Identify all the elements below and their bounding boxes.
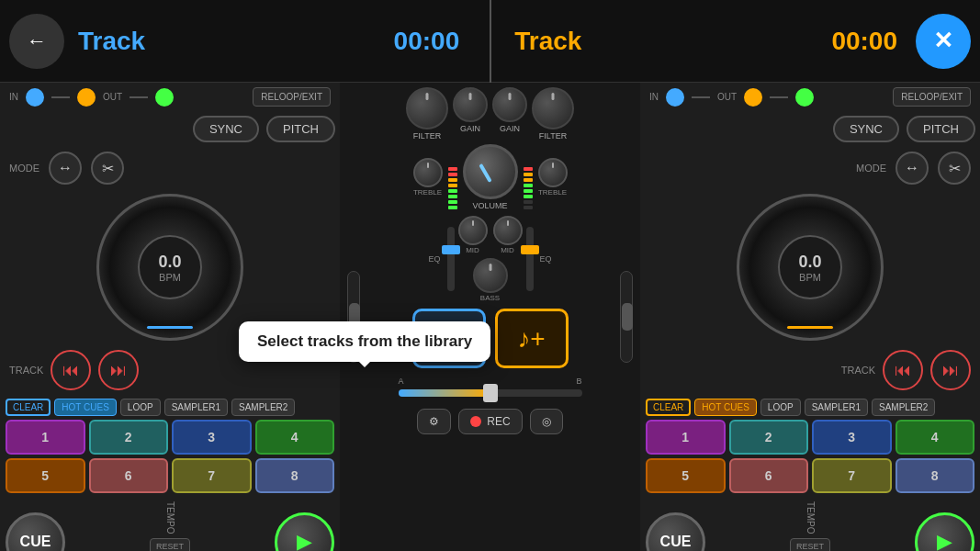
left-filter-knob[interactable] [406, 87, 448, 129]
right-pad-6[interactable]: 6 [729, 458, 809, 493]
right-mid-label: MID [501, 246, 514, 254]
right-cue-button[interactable]: CUE [646, 512, 705, 551]
left-filter-label: FILTER [413, 131, 441, 141]
left-out-dot[interactable] [77, 88, 96, 107]
right-pitch-col [613, 83, 640, 551]
right-pitch-fader[interactable] [620, 271, 633, 363]
right-music-note-icon: ♪+ [517, 324, 545, 354]
left-clear-button[interactable]: CLEAR [6, 399, 51, 416]
vu-seg [524, 206, 533, 209]
right-filter-group: FILTER [532, 87, 574, 141]
crossfader-handle[interactable] [483, 384, 498, 402]
bass-group: BASS [473, 258, 508, 302]
volume-knob[interactable] [463, 144, 518, 199]
crossfader-a-label: A [399, 377, 404, 386]
vu-seg [524, 178, 533, 182]
right-sampler2-tab[interactable]: SAMPLER2 [872, 399, 935, 416]
bass-label: BASS [480, 294, 500, 302]
right-pads-section: CLEAR HOT CUES LOOP SAMPLER1 SAMPLER2 [640, 395, 980, 497]
right-play-button[interactable]: ▶ [915, 512, 974, 551]
left-mode-icon-arrows[interactable]: ↔ [49, 152, 82, 185]
left-reloop-button[interactable]: RELOOP/EXIT [253, 87, 331, 107]
left-ch-fader-track[interactable] [447, 227, 455, 291]
left-pad-3[interactable]: 3 [172, 420, 252, 455]
right-tempo-label: TEMPO [805, 501, 816, 534]
right-filter-knob[interactable] [532, 87, 574, 129]
right-clear-button[interactable]: CLEAR [646, 399, 691, 416]
left-play-button[interactable]: ▶ [275, 512, 334, 551]
right-ch-fader-handle[interactable] [521, 245, 539, 254]
right-hot-cues-tab[interactable]: HOT CUES [694, 399, 757, 416]
left-turntable[interactable]: 0.0 BPM [96, 194, 243, 341]
left-mid-knob[interactable] [458, 216, 488, 245]
right-mode-icon-scissors[interactable]: ✂ [938, 152, 971, 185]
mixer-adjust-button[interactable]: ⚙ [417, 409, 451, 434]
right-reloop-button[interactable]: RELOOP/EXIT [893, 87, 971, 107]
left-pad-8[interactable]: 8 [255, 458, 335, 493]
left-pad-1[interactable]: 1 [6, 420, 85, 455]
crossfader-b-label: B [576, 377, 581, 386]
right-sync-button[interactable]: SYNC [833, 116, 899, 142]
left-sampler1-tab[interactable]: SAMPLER1 [164, 399, 228, 416]
mixer-rec-button[interactable]: REC [458, 409, 522, 434]
right-mode-icon-arrows[interactable]: ↔ [896, 152, 929, 185]
right-green-dot[interactable] [795, 88, 814, 107]
right-reset-button[interactable]: RESET [790, 538, 830, 551]
crossfader-track[interactable] [399, 389, 582, 397]
right-treble-knob[interactable] [538, 158, 568, 187]
right-pad-2[interactable]: 2 [729, 420, 809, 455]
left-next-button[interactable]: ⏭ [98, 350, 139, 390]
left-in-dot[interactable] [26, 88, 44, 107]
right-pad-8[interactable]: 8 [896, 458, 975, 493]
left-reset-button[interactable]: RESET [150, 538, 190, 551]
crossfader-fill [399, 389, 490, 397]
right-out-dot[interactable] [744, 88, 762, 107]
right-turntable[interactable]: 0.0 BPM [737, 194, 884, 341]
left-loop-tab[interactable]: LOOP [120, 399, 161, 416]
left-pad-7[interactable]: 7 [172, 458, 252, 493]
right-pad-5[interactable]: 5 [646, 458, 726, 493]
right-prev-button[interactable]: ⏮ [883, 350, 923, 390]
right-next-button[interactable]: ⏭ [930, 350, 971, 390]
right-gain-label: GAIN [500, 124, 520, 133]
close-button[interactable]: ✕ [916, 14, 971, 69]
left-ch-fader-handle[interactable] [442, 245, 460, 254]
left-pad-5[interactable]: 5 [6, 458, 85, 493]
right-pad-7[interactable]: 7 [812, 458, 892, 493]
back-button[interactable]: ← [9, 14, 64, 69]
right-ch-fader-track[interactable] [526, 227, 534, 291]
right-mid-knob[interactable] [493, 216, 523, 245]
left-sync-button[interactable]: SYNC [193, 116, 259, 142]
left-pads-section: CLEAR HOT CUES LOOP SAMPLER1 SAMPLER2 [0, 395, 340, 497]
left-pad-6[interactable]: 6 [89, 458, 169, 493]
right-turntable-center: 0.0 BPM [778, 235, 842, 299]
left-hot-cues-tab[interactable]: HOT CUES [54, 399, 117, 416]
right-gain-group: GAIN [492, 87, 527, 141]
left-bpm-unit: BPM [159, 272, 181, 283]
top-bar: ← Track 00:00 Track 00:00 ✕ [0, 0, 980, 83]
right-pad-4[interactable]: 4 [896, 420, 975, 455]
volume-label: VOLUME [472, 201, 507, 210]
mixer-target-button[interactable]: ◎ [530, 409, 563, 434]
right-pad-1[interactable]: 1 [646, 420, 726, 455]
bass-knob[interactable] [473, 258, 508, 293]
right-in-dot[interactable] [666, 88, 684, 107]
right-channel-fader [526, 227, 534, 291]
left-cue-button[interactable]: CUE [6, 512, 65, 551]
right-add-track-button[interactable]: ♪+ [495, 309, 569, 368]
right-sampler1-tab[interactable]: SAMPLER1 [805, 399, 868, 416]
left-gain-knob[interactable] [453, 87, 488, 122]
right-turntable-wrap: 0.0 BPM [640, 189, 980, 345]
left-green-dot[interactable] [155, 88, 174, 107]
right-pad-3[interactable]: 3 [812, 420, 892, 455]
left-prev-button[interactable]: ⏮ [51, 350, 91, 390]
left-pad-2[interactable]: 2 [89, 420, 169, 455]
left-pitch-button[interactable]: PITCH [266, 116, 335, 142]
right-pitch-button[interactable]: PITCH [907, 116, 975, 142]
left-treble-knob[interactable] [413, 158, 443, 187]
left-mode-icon-scissors[interactable]: ✂ [91, 152, 124, 185]
right-gain-knob[interactable] [492, 87, 527, 122]
right-loop-tab[interactable]: LOOP [760, 399, 801, 416]
left-pad-4[interactable]: 4 [255, 420, 335, 455]
left-sampler2-tab[interactable]: SAMPLER2 [231, 399, 295, 416]
